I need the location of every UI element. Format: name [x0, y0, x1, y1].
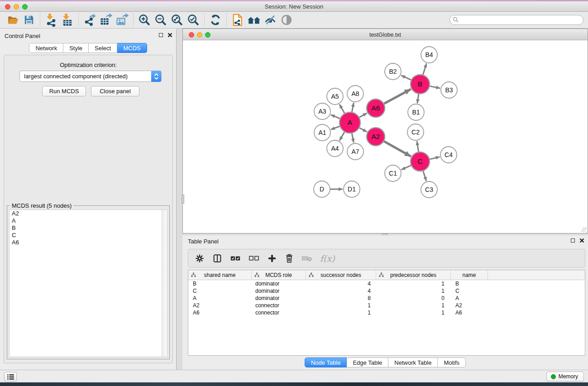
- tab-node-table[interactable]: Node Table: [305, 357, 347, 367]
- float-table-panel-icon[interactable]: [571, 238, 575, 243]
- run-mcds-button[interactable]: Run MCDS: [42, 86, 86, 96]
- table-row[interactable]: Bdominator41B: [188, 280, 585, 287]
- graph-edge-B-B2: [401, 75, 411, 80]
- home-button[interactable]: [246, 13, 262, 27]
- close-panel-button[interactable]: Close panel: [91, 86, 139, 96]
- network-file-icon: [231, 13, 244, 27]
- open-session-button[interactable]: [5, 13, 21, 27]
- zoom-selected-button[interactable]: [185, 13, 201, 27]
- list-scrollbar[interactable]: [162, 210, 167, 357]
- graph-node-D1[interactable]: D1: [344, 181, 360, 197]
- application-window: Session: New Session: [0, 0, 588, 386]
- import-table-icon: [61, 13, 74, 27]
- graph-node-C[interactable]: C: [411, 152, 430, 171]
- graph-node-A6[interactable]: A6: [367, 99, 385, 117]
- close-panel-icon[interactable]: [167, 33, 172, 38]
- show-columns-icon[interactable]: [212, 253, 222, 263]
- table-row[interactable]: Adominator80A: [188, 295, 585, 302]
- graph-node-B4[interactable]: B4: [421, 47, 437, 63]
- table-settings-gear-icon[interactable]: [195, 253, 205, 263]
- double-home-icon: [247, 14, 261, 26]
- graph-node-A1[interactable]: A1: [314, 124, 330, 141]
- graph-node-B1[interactable]: B1: [408, 104, 424, 120]
- zoom-out-button[interactable]: [153, 13, 169, 27]
- graph-node-A3[interactable]: A3: [314, 103, 330, 119]
- refresh-button[interactable]: [207, 13, 224, 27]
- import-network-button[interactable]: [43, 13, 59, 27]
- table-cell: 4: [306, 287, 376, 295]
- resize-grip[interactable]: [582, 227, 587, 233]
- table-cell: A: [451, 295, 488, 302]
- graph-node-C1[interactable]: C1: [385, 165, 401, 181]
- export-network-button[interactable]: [81, 13, 98, 27]
- graph-node-A5[interactable]: A5: [327, 88, 343, 105]
- float-panel-icon[interactable]: [159, 33, 163, 37]
- column-header-name[interactable]: name: [451, 270, 488, 280]
- mcds-result-item[interactable]: A2: [10, 210, 167, 217]
- tab-motifs[interactable]: Motifs: [438, 357, 466, 367]
- graph-node-C4[interactable]: C4: [440, 147, 457, 163]
- mcds-result-list[interactable]: A2ABCA6: [9, 210, 167, 357]
- network-from-file-button[interactable]: [229, 13, 246, 27]
- graph-node-C2[interactable]: C2: [407, 124, 424, 140]
- status-bar: Memory: [0, 370, 588, 382]
- preview-eye-button[interactable]: [278, 13, 295, 27]
- table-row[interactable]: A2connector11A2: [188, 302, 585, 309]
- graph-node-A[interactable]: A: [339, 112, 360, 133]
- column-header-shared-name[interactable]: shared name: [188, 270, 252, 280]
- import-table-button[interactable]: [59, 13, 76, 27]
- tab-mcds[interactable]: MCDS: [117, 43, 147, 53]
- svg-text:B: B: [418, 80, 422, 88]
- save-session-button[interactable]: [21, 13, 37, 27]
- visual-properties-button[interactable]: [262, 13, 278, 27]
- svg-text:A5: A5: [331, 93, 339, 100]
- graph-edge-A-A6: [359, 113, 367, 117]
- graph-node-A7[interactable]: A7: [347, 143, 363, 160]
- graph-node-B[interactable]: B: [411, 75, 430, 94]
- create-column-plus-icon[interactable]: [267, 253, 277, 263]
- graph-node-A4[interactable]: A4: [327, 140, 343, 157]
- function-builder-fx-icon: f(x): [320, 253, 335, 263]
- graph-node-B3[interactable]: B3: [441, 82, 457, 98]
- search-input[interactable]: [449, 15, 583, 25]
- close-table-panel-icon[interactable]: [579, 238, 584, 243]
- tab-edge-table[interactable]: Edge Table: [347, 357, 388, 367]
- graph-edge-C-C2: [417, 141, 419, 152]
- dropdown-stepper-icon: [151, 71, 161, 82]
- network-view-window: testGlobe.txt AA6A2BCA5A8A3A1A4A7B2B4B3B…: [182, 29, 588, 234]
- table-row[interactable]: A6connector11A6: [188, 309, 585, 316]
- graph-node-A8[interactable]: A8: [347, 86, 363, 102]
- column-header-predecessor-nodes[interactable]: predecessor nodes: [376, 270, 451, 280]
- criterion-dropdown[interactable]: largest connected component (directed): [19, 71, 162, 82]
- show-panels-list-button[interactable]: [4, 372, 17, 381]
- graph-node-A2[interactable]: A2: [367, 128, 385, 146]
- graph-node-D[interactable]: D: [314, 181, 330, 197]
- table-cell: 1: [376, 302, 451, 309]
- mcds-result-item[interactable]: C: [10, 232, 167, 239]
- unselect-all-columns-icon[interactable]: [249, 254, 259, 262]
- mcds-result-item[interactable]: A: [10, 217, 167, 224]
- node-table[interactable]: shared nameMCDS rolesuccessor nodesprede…: [188, 270, 585, 356]
- memory-button[interactable]: Memory: [546, 372, 584, 381]
- vertical-splitter-handle[interactable]: [182, 195, 184, 204]
- mcds-result-item[interactable]: A6: [10, 239, 167, 246]
- tab-style[interactable]: Style: [63, 43, 89, 53]
- graph-edge-B-B4: [423, 63, 426, 75]
- network-canvas[interactable]: AA6A2BCA5A8A3A1A4A7B2B4B3B1C2C4C1C3DD1: [183, 40, 588, 233]
- delete-column-trash-icon[interactable]: [285, 253, 294, 263]
- graph-node-B2[interactable]: B2: [385, 63, 401, 80]
- export-image-button[interactable]: [114, 13, 130, 27]
- tab-network-table[interactable]: Network Table: [388, 357, 438, 367]
- select-all-columns-icon[interactable]: [230, 254, 241, 262]
- graph-node-C3[interactable]: C3: [421, 181, 437, 198]
- zoom-in-button[interactable]: [136, 13, 153, 27]
- graphics-details-icon: [263, 14, 277, 26]
- table-row[interactable]: Cdominator41C: [188, 287, 585, 295]
- column-header-successor-nodes[interactable]: successor nodes: [306, 270, 376, 280]
- tab-network[interactable]: Network: [29, 43, 63, 53]
- mcds-result-item[interactable]: B: [10, 224, 167, 232]
- tab-select[interactable]: Select: [89, 43, 117, 53]
- zoom-fit-button[interactable]: [169, 13, 185, 27]
- export-table-button[interactable]: [98, 13, 114, 27]
- column-header-MCDS-role[interactable]: MCDS role: [252, 270, 306, 280]
